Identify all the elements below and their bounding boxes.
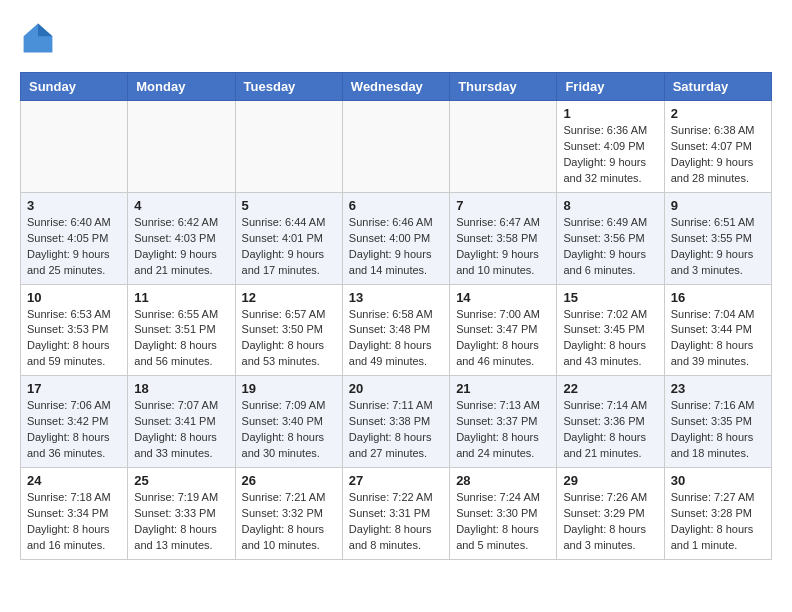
day-detail: Sunrise: 6:38 AM Sunset: 4:07 PM Dayligh… [671,123,765,187]
day-detail: Sunrise: 6:51 AM Sunset: 3:55 PM Dayligh… [671,215,765,279]
calendar-week-row: 3 Sunrise: 6:40 AM Sunset: 4:05 PM Dayli… [21,192,772,284]
calendar-cell: 15 Sunrise: 7:02 AM Sunset: 3:45 PM Dayl… [557,284,664,376]
calendar-cell: 28 Sunrise: 7:24 AM Sunset: 3:30 PM Dayl… [450,468,557,560]
calendar-cell: 13 Sunrise: 6:58 AM Sunset: 3:48 PM Dayl… [342,284,449,376]
day-detail: Sunrise: 7:22 AM Sunset: 3:31 PM Dayligh… [349,490,443,554]
day-number: 25 [134,473,228,488]
day-detail: Sunrise: 7:02 AM Sunset: 3:45 PM Dayligh… [563,307,657,371]
day-detail: Sunrise: 7:04 AM Sunset: 3:44 PM Dayligh… [671,307,765,371]
day-number: 3 [27,198,121,213]
logo [20,20,60,56]
day-detail: Sunrise: 6:53 AM Sunset: 3:53 PM Dayligh… [27,307,121,371]
day-number: 20 [349,381,443,396]
day-detail: Sunrise: 7:11 AM Sunset: 3:38 PM Dayligh… [349,398,443,462]
calendar-cell: 24 Sunrise: 7:18 AM Sunset: 3:34 PM Dayl… [21,468,128,560]
calendar-week-row: 17 Sunrise: 7:06 AM Sunset: 3:42 PM Dayl… [21,376,772,468]
calendar-week-row: 10 Sunrise: 6:53 AM Sunset: 3:53 PM Dayl… [21,284,772,376]
day-detail: Sunrise: 6:44 AM Sunset: 4:01 PM Dayligh… [242,215,336,279]
calendar-cell: 2 Sunrise: 6:38 AM Sunset: 4:07 PM Dayli… [664,101,771,193]
calendar-cell: 26 Sunrise: 7:21 AM Sunset: 3:32 PM Dayl… [235,468,342,560]
day-detail: Sunrise: 6:55 AM Sunset: 3:51 PM Dayligh… [134,307,228,371]
day-number: 15 [563,290,657,305]
day-number: 23 [671,381,765,396]
day-detail: Sunrise: 7:19 AM Sunset: 3:33 PM Dayligh… [134,490,228,554]
day-detail: Sunrise: 6:49 AM Sunset: 3:56 PM Dayligh… [563,215,657,279]
day-number: 1 [563,106,657,121]
calendar-table: SundayMondayTuesdayWednesdayThursdayFrid… [20,72,772,560]
logo-icon [20,20,56,56]
day-number: 22 [563,381,657,396]
calendar-cell: 14 Sunrise: 7:00 AM Sunset: 3:47 PM Dayl… [450,284,557,376]
calendar-cell: 19 Sunrise: 7:09 AM Sunset: 3:40 PM Dayl… [235,376,342,468]
day-number: 7 [456,198,550,213]
day-detail: Sunrise: 7:00 AM Sunset: 3:47 PM Dayligh… [456,307,550,371]
calendar-cell: 22 Sunrise: 7:14 AM Sunset: 3:36 PM Dayl… [557,376,664,468]
calendar-header-wednesday: Wednesday [342,73,449,101]
calendar-header-friday: Friday [557,73,664,101]
calendar-cell [342,101,449,193]
calendar-header-saturday: Saturday [664,73,771,101]
day-number: 9 [671,198,765,213]
day-detail: Sunrise: 7:26 AM Sunset: 3:29 PM Dayligh… [563,490,657,554]
calendar-header-row: SundayMondayTuesdayWednesdayThursdayFrid… [21,73,772,101]
day-number: 14 [456,290,550,305]
day-detail: Sunrise: 6:46 AM Sunset: 4:00 PM Dayligh… [349,215,443,279]
day-number: 12 [242,290,336,305]
day-number: 4 [134,198,228,213]
day-number: 21 [456,381,550,396]
calendar-cell: 27 Sunrise: 7:22 AM Sunset: 3:31 PM Dayl… [342,468,449,560]
day-number: 26 [242,473,336,488]
calendar-cell: 17 Sunrise: 7:06 AM Sunset: 3:42 PM Dayl… [21,376,128,468]
calendar-cell: 3 Sunrise: 6:40 AM Sunset: 4:05 PM Dayli… [21,192,128,284]
calendar-cell: 23 Sunrise: 7:16 AM Sunset: 3:35 PM Dayl… [664,376,771,468]
day-detail: Sunrise: 7:13 AM Sunset: 3:37 PM Dayligh… [456,398,550,462]
day-detail: Sunrise: 6:47 AM Sunset: 3:58 PM Dayligh… [456,215,550,279]
day-number: 10 [27,290,121,305]
day-detail: Sunrise: 7:18 AM Sunset: 3:34 PM Dayligh… [27,490,121,554]
calendar-header-thursday: Thursday [450,73,557,101]
calendar-cell: 20 Sunrise: 7:11 AM Sunset: 3:38 PM Dayl… [342,376,449,468]
day-detail: Sunrise: 7:09 AM Sunset: 3:40 PM Dayligh… [242,398,336,462]
calendar-cell: 21 Sunrise: 7:13 AM Sunset: 3:37 PM Dayl… [450,376,557,468]
day-detail: Sunrise: 7:14 AM Sunset: 3:36 PM Dayligh… [563,398,657,462]
day-number: 28 [456,473,550,488]
day-number: 6 [349,198,443,213]
calendar-cell: 10 Sunrise: 6:53 AM Sunset: 3:53 PM Dayl… [21,284,128,376]
day-number: 2 [671,106,765,121]
calendar-header-sunday: Sunday [21,73,128,101]
calendar-cell: 12 Sunrise: 6:57 AM Sunset: 3:50 PM Dayl… [235,284,342,376]
calendar-cell [128,101,235,193]
calendar-cell [450,101,557,193]
calendar-cell: 25 Sunrise: 7:19 AM Sunset: 3:33 PM Dayl… [128,468,235,560]
day-detail: Sunrise: 7:27 AM Sunset: 3:28 PM Dayligh… [671,490,765,554]
calendar-cell [235,101,342,193]
calendar-week-row: 24 Sunrise: 7:18 AM Sunset: 3:34 PM Dayl… [21,468,772,560]
day-number: 5 [242,198,336,213]
calendar-cell: 1 Sunrise: 6:36 AM Sunset: 4:09 PM Dayli… [557,101,664,193]
day-number: 30 [671,473,765,488]
day-number: 29 [563,473,657,488]
calendar-cell [21,101,128,193]
calendar-cell: 6 Sunrise: 6:46 AM Sunset: 4:00 PM Dayli… [342,192,449,284]
calendar-cell: 16 Sunrise: 7:04 AM Sunset: 3:44 PM Dayl… [664,284,771,376]
calendar-header-tuesday: Tuesday [235,73,342,101]
calendar-cell: 29 Sunrise: 7:26 AM Sunset: 3:29 PM Dayl… [557,468,664,560]
day-detail: Sunrise: 6:57 AM Sunset: 3:50 PM Dayligh… [242,307,336,371]
calendar-cell: 9 Sunrise: 6:51 AM Sunset: 3:55 PM Dayli… [664,192,771,284]
day-number: 18 [134,381,228,396]
day-number: 17 [27,381,121,396]
day-number: 13 [349,290,443,305]
calendar-cell: 7 Sunrise: 6:47 AM Sunset: 3:58 PM Dayli… [450,192,557,284]
day-number: 24 [27,473,121,488]
svg-marker-1 [38,24,52,37]
day-number: 11 [134,290,228,305]
day-detail: Sunrise: 6:36 AM Sunset: 4:09 PM Dayligh… [563,123,657,187]
calendar-header-monday: Monday [128,73,235,101]
page-header [20,20,772,56]
calendar-cell: 8 Sunrise: 6:49 AM Sunset: 3:56 PM Dayli… [557,192,664,284]
day-detail: Sunrise: 6:42 AM Sunset: 4:03 PM Dayligh… [134,215,228,279]
day-number: 16 [671,290,765,305]
calendar-cell: 11 Sunrise: 6:55 AM Sunset: 3:51 PM Dayl… [128,284,235,376]
day-detail: Sunrise: 6:58 AM Sunset: 3:48 PM Dayligh… [349,307,443,371]
calendar-week-row: 1 Sunrise: 6:36 AM Sunset: 4:09 PM Dayli… [21,101,772,193]
